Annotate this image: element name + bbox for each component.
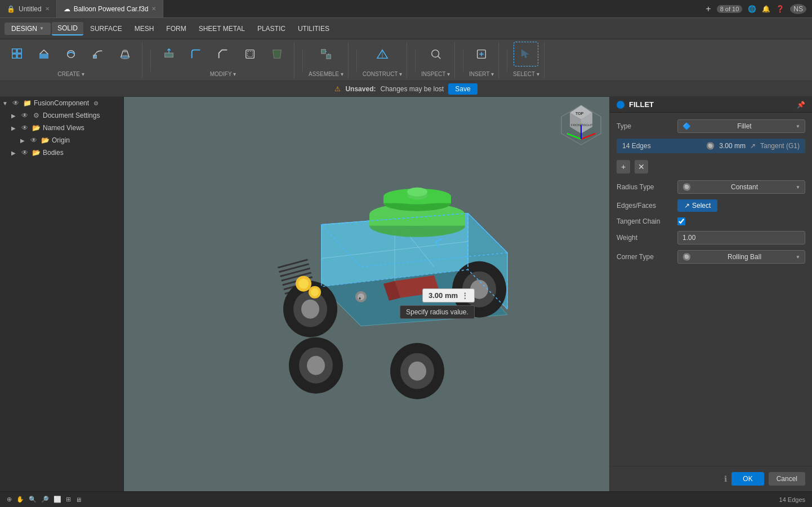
sidebar-bodies-label: Bodies xyxy=(43,149,64,157)
edges-row[interactable]: 14 Edges 🔘 3.00 mm ↗ Tangent (G1) xyxy=(617,139,805,153)
create-revolve-btn[interactable] xyxy=(59,42,83,66)
display-icon[interactable]: 🖥 xyxy=(75,496,82,503)
modify-press-pull-btn[interactable] xyxy=(157,42,181,66)
weight-value-text: 1.00 xyxy=(682,234,800,242)
orbit-icon[interactable]: ⊕ xyxy=(7,496,12,503)
select-btn[interactable] xyxy=(514,42,538,66)
create-new-component-btn[interactable] xyxy=(5,42,29,66)
remove-edge-btn[interactable]: ✕ xyxy=(635,160,648,174)
svg-point-14 xyxy=(431,50,439,57)
save-button[interactable]: Save xyxy=(448,83,477,95)
origin-eye-icon[interactable]: 👁 xyxy=(29,136,38,145)
construct-btn[interactable] xyxy=(370,42,395,66)
sidebar-item-document-settings[interactable]: ▶ 👁 ⚙ Document Settings xyxy=(0,109,123,122)
bell-icon[interactable]: 🔔 xyxy=(762,5,770,13)
menu-mesh[interactable]: MESH xyxy=(129,23,160,35)
tab-balloon-car[interactable]: ☁ Balloon Powered Car.f3d ✕ xyxy=(57,0,164,17)
fillet-circle-icon xyxy=(617,101,624,109)
weight-value-field: 1.00 xyxy=(677,231,805,244)
select-button[interactable]: ↗ Select xyxy=(677,199,717,212)
menu-form[interactable]: FORM xyxy=(160,23,191,35)
ok-button[interactable]: OK xyxy=(731,472,764,486)
view-cube-icon[interactable]: ⬜ xyxy=(53,496,61,503)
account-icon[interactable]: NS xyxy=(790,4,806,14)
zoom-out-icon[interactable]: 🔎 xyxy=(41,496,49,503)
svg-rect-13 xyxy=(327,55,331,59)
construct-label: CONSTRUCT ▾ xyxy=(363,71,402,78)
sidebar: ▼ 👁 📁 FusionComponent ⚙ ▶ 👁 ⚙ Document S… xyxy=(0,97,124,491)
tangent-chain-row: Tangent Chain xyxy=(617,217,805,225)
radius-hint-tooltip: Specify radius value. xyxy=(400,305,475,319)
pan-icon[interactable]: ✋ xyxy=(16,496,24,503)
tab-untitled[interactable]: 🔒 Untitled ✕ xyxy=(0,0,57,17)
tangent-chain-label: Tangent Chain xyxy=(617,217,673,225)
tab-balloon-close[interactable]: ✕ xyxy=(151,6,156,12)
fillet-panel: FILLET 📌 Type 🔷 Fillet ▼ 14 Edges 🔘 3 xyxy=(609,97,812,491)
create-extrude-btn[interactable] xyxy=(32,42,56,66)
corner-type-row: Corner Type 🔘 Rolling Ball ▼ xyxy=(617,250,805,264)
design-menu[interactable]: DESIGN ▼ xyxy=(5,23,51,35)
status-right: 14 Edges xyxy=(779,496,805,503)
fillet-pin-icon[interactable]: 📌 xyxy=(797,101,805,109)
grid-icon[interactable]: ⊞ xyxy=(66,496,71,503)
tangent-chain-value xyxy=(677,217,805,225)
ribbon-group-insert: INSERT ▾ xyxy=(469,42,499,78)
svg-text:TOP: TOP xyxy=(575,112,584,115)
sidebar-item-bodies[interactable]: ▶ 👁 📂 Bodies xyxy=(0,146,123,159)
root-eye-icon[interactable]: 👁 xyxy=(11,99,20,108)
viewport[interactable]: ♦ 3.00 mm ⋮ Specify radius value. xyxy=(124,97,609,491)
bodies-eye-icon[interactable]: 👁 xyxy=(20,148,29,157)
unsaved-submessage: Changes may be lost xyxy=(380,85,444,93)
sidebar-item-named-views[interactable]: ▶ 👁 📂 Named Views xyxy=(0,122,123,134)
add-edge-btn[interactable]: + xyxy=(617,160,630,174)
sidebar-root-label: FusionComponent xyxy=(34,99,89,107)
select-cursor-icon: ↗ xyxy=(684,202,690,210)
radius-type-label: Radius Type xyxy=(617,183,673,191)
create-loft-btn[interactable] xyxy=(113,42,137,66)
modify-fillet-btn[interactable] xyxy=(184,42,208,66)
sidebar-item-origin[interactable]: ▶ 👁 📂 Origin xyxy=(0,134,123,146)
menu-solid[interactable]: SOLID xyxy=(52,22,83,35)
menu-surface[interactable]: SURFACE xyxy=(84,23,128,35)
sep4 xyxy=(415,49,416,72)
modify-label: MODIFY ▾ xyxy=(210,71,236,78)
radius-type-select[interactable]: 🔘 Constant ▼ xyxy=(677,180,805,194)
view-gizmo[interactable]: TOP FRONT RIGHT xyxy=(559,103,604,148)
tab-untitled-label: Untitled xyxy=(19,5,42,13)
zoom-in-icon[interactable]: 🔍 xyxy=(29,496,37,503)
bodies-folder-icon: 📂 xyxy=(32,148,41,157)
inspect-buttons xyxy=(423,42,448,66)
inspect-btn[interactable] xyxy=(423,42,448,66)
menu-plastic[interactable]: PLASTIC xyxy=(252,23,291,35)
doc-settings-expand-icon: ▶ xyxy=(11,113,18,119)
modify-shell-btn[interactable] xyxy=(238,42,262,66)
root-collapse-icon: ▼ xyxy=(2,100,9,106)
tab-untitled-close[interactable]: ✕ xyxy=(45,6,50,12)
tab-lock-icon: 🔒 xyxy=(7,5,15,13)
named-views-eye-icon[interactable]: 👁 xyxy=(20,123,29,132)
sidebar-origin-label: Origin xyxy=(52,136,70,144)
modify-chamfer-btn[interactable] xyxy=(211,42,235,66)
insert-btn[interactable] xyxy=(469,42,494,66)
assemble-btn[interactable] xyxy=(314,42,338,66)
sidebar-root[interactable]: ▼ 👁 📁 FusionComponent ⚙ xyxy=(0,97,123,109)
type-select[interactable]: 🔷 Fillet ▼ xyxy=(677,119,805,133)
svg-point-8 xyxy=(123,50,127,52)
menu-utilities[interactable]: UTILITIES xyxy=(292,23,335,35)
insert-buttons xyxy=(469,42,494,66)
corner-type-select[interactable]: 🔘 Rolling Ball ▼ xyxy=(677,250,805,264)
doc-settings-eye-icon[interactable]: 👁 xyxy=(20,111,29,120)
type-value: 🔷 Fillet ▼ xyxy=(677,119,805,133)
modify-draft-btn[interactable] xyxy=(265,42,289,66)
menu-sheet-metal[interactable]: SHEET METAL xyxy=(193,23,251,35)
gizmo-svg: TOP FRONT RIGHT xyxy=(559,103,604,148)
tangent-chain-checkbox[interactable] xyxy=(677,217,685,225)
help-icon[interactable]: ❓ xyxy=(776,5,784,13)
sep5 xyxy=(463,49,463,72)
radius-hint-text: Specify radius value. xyxy=(406,308,469,316)
create-sweep-btn[interactable] xyxy=(86,42,110,66)
new-tab-icon[interactable]: + xyxy=(706,4,711,14)
svg-rect-6 xyxy=(93,55,97,59)
svg-rect-0 xyxy=(12,49,16,53)
cancel-button[interactable]: Cancel xyxy=(769,472,805,486)
